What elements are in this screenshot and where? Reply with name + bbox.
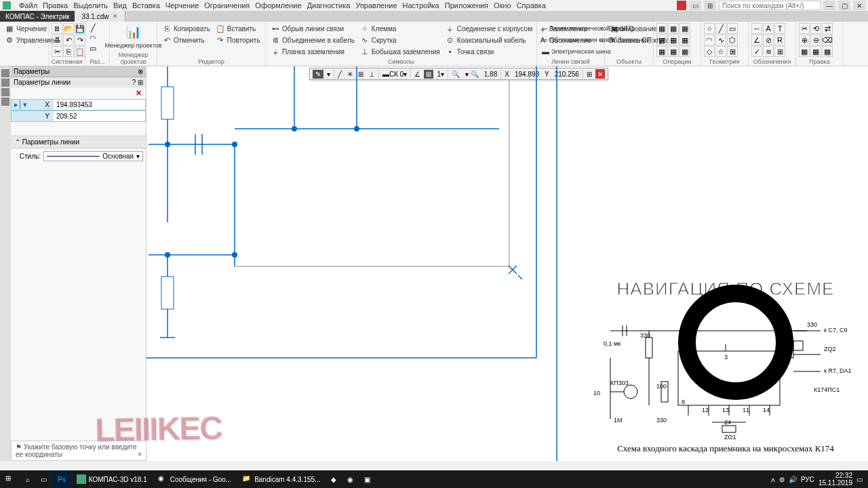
menu-view[interactable]: Вид bbox=[113, 1, 127, 9]
geom-icon[interactable]: ○ bbox=[704, 23, 715, 34]
dim-icon[interactable]: ⊘ bbox=[763, 35, 774, 45]
op-icon[interactable]: ▦ bbox=[656, 46, 667, 57]
menu-format[interactable]: Оформление bbox=[255, 1, 301, 9]
grid-icon[interactable]: ⊞ bbox=[704, 1, 716, 10]
cancel-button[interactable]: ↶Отменить bbox=[160, 35, 212, 45]
edit-icon[interactable]: ▦ bbox=[799, 46, 810, 57]
menu-apps[interactable]: Приложения bbox=[445, 1, 488, 9]
menu-diagnostics[interactable]: Диагностика bbox=[307, 1, 351, 9]
edit-icon[interactable]: ✂ bbox=[799, 23, 810, 34]
line-tool-icon[interactable]: ╱ bbox=[88, 23, 98, 33]
write-sp-button[interactable]: ✎Запись СП bbox=[608, 35, 650, 45]
geom-icon[interactable]: ∿ bbox=[715, 35, 726, 45]
edit-icon[interactable]: ⊕ bbox=[799, 35, 810, 45]
dim-icon[interactable]: A bbox=[763, 23, 774, 34]
notify-icon[interactable]: ▭ bbox=[689, 1, 701, 10]
anchor-icon[interactable]: ▸│▾ bbox=[12, 100, 30, 109]
arc-tool-icon[interactable]: ◠ bbox=[88, 33, 98, 43]
taskbar-chrome[interactable]: ◉Сообщения - Goo... bbox=[153, 470, 237, 488]
dim-icon[interactable]: ↔ bbox=[751, 23, 762, 34]
op-icon[interactable]: ▦ bbox=[656, 23, 667, 34]
open-icon[interactable]: 📂 bbox=[63, 23, 74, 34]
taskbar-bandicam[interactable]: 📁Bandicam 4.4.3.155... bbox=[237, 470, 326, 488]
terminal-button[interactable]: ○Клемма bbox=[358, 23, 442, 34]
hint-close-icon[interactable]: × bbox=[138, 451, 142, 458]
panel-pin-icon[interactable]: ⊗ bbox=[138, 68, 143, 75]
edit-icon[interactable]: ▦ bbox=[810, 46, 821, 57]
geom-icon[interactable]: ⊞ bbox=[727, 46, 738, 57]
geom-icon[interactable]: ◠ bbox=[704, 35, 715, 45]
edit-icon[interactable]: ⟲ bbox=[810, 23, 821, 34]
group-wire-button[interactable]: ═Групповая линия связи bbox=[540, 35, 601, 45]
repeat-button[interactable]: ↷Повторить bbox=[214, 35, 262, 45]
project-manager-button[interactable]: 📊 Менеджер проектов bbox=[113, 23, 154, 49]
dim-icon[interactable]: ≋ bbox=[763, 46, 774, 57]
copy-icon[interactable]: ⎘ bbox=[63, 46, 74, 57]
cable-merge-button[interactable]: ⋐Объединение в кабель bbox=[269, 35, 357, 45]
sidebar-tool-icon[interactable] bbox=[1, 88, 9, 96]
op-icon[interactable]: ▦ bbox=[679, 35, 690, 45]
op-icon[interactable]: ▦ bbox=[668, 46, 679, 57]
geom-icon[interactable]: ◇ bbox=[704, 46, 715, 57]
tray-network-icon[interactable]: ⊚ bbox=[779, 476, 785, 483]
start-button[interactable]: ⊞ bbox=[0, 470, 20, 488]
menu-constraints[interactable]: Ограничения bbox=[204, 1, 250, 9]
close-button[interactable]: ✕ bbox=[853, 1, 865, 10]
wire-button[interactable]: ─Линия электрической связи bbox=[540, 23, 601, 34]
link-break-button[interactable]: ⊷Обрыв линии связи bbox=[269, 23, 357, 34]
x-input[interactable] bbox=[54, 100, 145, 110]
menu-select[interactable]: Выделить bbox=[73, 1, 108, 9]
file-tab[interactable]: 33.1.cdw ✕ bbox=[75, 11, 125, 22]
ugo-button[interactable]: ▣УГО bbox=[608, 23, 650, 34]
menu-insert[interactable]: Вставка bbox=[132, 1, 160, 9]
command-search-input[interactable] bbox=[719, 1, 821, 10]
op-icon[interactable]: ▦ bbox=[679, 23, 690, 34]
line-params-header[interactable]: ⌃ Параметры линии bbox=[11, 136, 146, 148]
edit-icon[interactable]: ⇄ bbox=[822, 23, 833, 34]
coax-button[interactable]: ⊙Коаксиальный кабель bbox=[443, 35, 534, 45]
tray-chevron-icon[interactable]: ʌ bbox=[771, 476, 775, 483]
new-icon[interactable]: 🗎 bbox=[52, 23, 62, 34]
chassis-button[interactable]: ⏚Соединение с корпусом bbox=[443, 23, 534, 34]
tray-lang[interactable]: РУС bbox=[801, 476, 814, 483]
taskbar-steam[interactable]: ◉ bbox=[342, 470, 359, 488]
op-icon[interactable]: ▦ bbox=[656, 35, 667, 45]
menu-edit[interactable]: Правка bbox=[43, 1, 68, 9]
redo-icon[interactable]: ↷ bbox=[75, 35, 85, 45]
ground-bar-button[interactable]: ⏚Планка заземления bbox=[269, 46, 357, 57]
style-select[interactable]: Основная ▾ bbox=[43, 151, 143, 161]
undo-icon[interactable]: ↶ bbox=[63, 35, 74, 45]
taskview-button[interactable]: ▭ bbox=[35, 470, 52, 488]
twist-button[interactable]: ∿Скрутка bbox=[358, 35, 442, 45]
bus-button[interactable]: ▬Электрическая шина bbox=[540, 46, 601, 57]
edit-icon[interactable]: ⊖ bbox=[810, 35, 821, 45]
taskbar-ps[interactable]: Ps bbox=[52, 470, 71, 488]
paste-button[interactable]: 📋Вставить bbox=[214, 23, 262, 34]
op-icon[interactable]: ▦ bbox=[668, 35, 679, 45]
drawing-mode-button[interactable]: ▦Черчение bbox=[3, 23, 56, 34]
ground-boss-button[interactable]: ⊥Бобышка заземления bbox=[358, 46, 442, 57]
dim-icon[interactable]: ⊞ bbox=[774, 46, 785, 57]
dim-icon[interactable]: T bbox=[774, 23, 785, 34]
taskbar-discord[interactable]: ◆ bbox=[326, 470, 342, 488]
cut-icon[interactable]: ✂ bbox=[52, 46, 62, 57]
maximize-button[interactable]: ▢ bbox=[838, 1, 850, 10]
dim-icon[interactable]: R bbox=[774, 35, 785, 45]
menu-file[interactable]: Файл bbox=[19, 1, 37, 9]
dim-icon[interactable]: ✓ bbox=[751, 46, 762, 57]
search-button[interactable]: ⌕ bbox=[20, 470, 35, 488]
op-icon[interactable]: ▦ bbox=[679, 46, 690, 57]
tray-time[interactable]: 22:32 bbox=[818, 472, 852, 479]
geom-icon[interactable]: ▭ bbox=[727, 23, 738, 34]
taskbar-app[interactable]: ▣ bbox=[359, 470, 376, 488]
module-tab[interactable]: КОМПАС - Электрик bbox=[0, 11, 75, 22]
taskbar-kompas[interactable]: КОМПАС-3D v18.1 bbox=[71, 470, 153, 488]
rect-tool-icon[interactable]: ▭ bbox=[88, 43, 98, 53]
edit-icon[interactable]: ⌫ bbox=[822, 35, 833, 45]
edit-icon[interactable]: ▦ bbox=[822, 46, 833, 57]
sidebar-tool-icon[interactable] bbox=[1, 69, 9, 77]
sidebar-tool-icon[interactable] bbox=[1, 79, 9, 87]
panel-close-icon[interactable]: ✕ bbox=[136, 89, 142, 97]
menu-settings[interactable]: Настройка bbox=[403, 1, 439, 9]
op-icon[interactable]: ▦ bbox=[668, 23, 679, 34]
